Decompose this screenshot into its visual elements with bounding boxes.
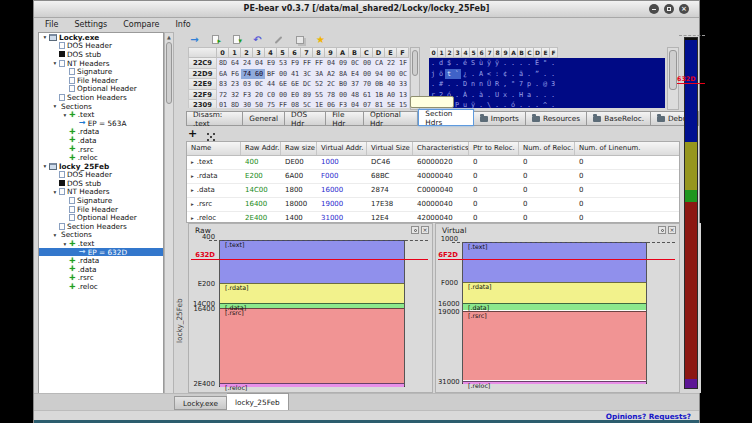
column-header-raw-size[interactable]: Raw size [281, 142, 317, 155]
expander-icon[interactable]: ▾ [61, 112, 69, 118]
edit-icon[interactable] [273, 34, 284, 45]
hex-byte[interactable]: 30 [241, 100, 253, 108]
hex-byte[interactable]: E0 [289, 90, 301, 101]
ascii-char[interactable]: # [437, 79, 445, 90]
ascii-char[interactable]: ^ [541, 100, 549, 108]
hex-byte[interactable]: F3 [241, 90, 253, 101]
hex-byte[interactable]: 53 [277, 58, 289, 69]
hex-byte[interactable]: 00 [361, 69, 373, 80]
file-tab-locky-exe[interactable]: Locky.exe [174, 396, 227, 410]
ascii-char[interactable]: . [509, 90, 517, 101]
ascii-char[interactable]: . [509, 58, 517, 69]
ascii-char[interactable]: ¢ [501, 69, 509, 80]
undo-icon[interactable]: ↶ [252, 34, 263, 45]
hex-byte[interactable]: 3A [313, 69, 325, 80]
hex-byte[interactable]: 09 [337, 58, 349, 69]
ascii-char[interactable]: P [453, 100, 461, 108]
ascii-char[interactable]: D [461, 79, 469, 90]
tree-item-section-headers[interactable]: Section Headers [39, 222, 163, 231]
ascii-char[interactable]: ÿ [469, 100, 477, 108]
tree-item-data[interactable]: +.data [39, 136, 163, 145]
row-expander-icon[interactable]: ▸ [191, 215, 194, 221]
hex-byte[interactable]: 41 [289, 69, 301, 80]
hex-byte[interactable]: F6 [229, 69, 241, 80]
ascii-char[interactable]: ó [509, 100, 517, 108]
hex-byte[interactable]: 6E [289, 79, 301, 90]
tree-item-file-header[interactable]: File Header [39, 205, 163, 214]
tree-item-dos-header[interactable]: DOS Header [39, 171, 163, 180]
hex-byte[interactable]: 64 [229, 58, 241, 69]
ascii-char[interactable]: . [445, 79, 453, 90]
band-rsrc[interactable] [220, 308, 404, 383]
fit-view-icon[interactable] [207, 133, 209, 135]
hex-byte[interactable]: FF [277, 100, 289, 108]
hex-byte[interactable]: A0 [385, 90, 397, 101]
hex-byte[interactable]: 5C [301, 100, 313, 108]
add-section-button[interactable]: + [188, 127, 197, 140]
tree-item-rdata[interactable]: +.rdata [39, 256, 163, 265]
hex-byte[interactable]: 37 [349, 79, 361, 90]
hex-byte[interactable]: 04 [325, 58, 337, 69]
column-header-ptr-to-reloc[interactable]: Ptr to Reloc. [469, 142, 519, 155]
expander-icon[interactable]: ▾ [51, 189, 59, 195]
hex-byte[interactable]: 04 [253, 58, 265, 69]
row-expander-icon[interactable]: ▸ [191, 187, 194, 193]
ascii-char[interactable]: ° [509, 79, 517, 90]
row-expander-icon[interactable]: ▸ [191, 173, 194, 179]
tree-item-dos-stub[interactable]: DOS stub [39, 50, 163, 59]
file-layout-minimap[interactable] [684, 37, 698, 389]
hex-byte[interactable]: 83 [217, 79, 229, 90]
hex-byte[interactable]: 44 [265, 79, 277, 90]
hex-byte[interactable]: 20 [253, 90, 265, 101]
tab-file-hdr[interactable]: File Hdr [326, 111, 364, 126]
menu-file[interactable]: File [37, 20, 66, 29]
ascii-char[interactable]: . [541, 90, 549, 101]
hex-byte[interactable]: BF [265, 69, 277, 80]
minimap-segment-0[interactable] [685, 40, 697, 142]
ascii-char[interactable]: Ü [485, 79, 493, 90]
ascii-char[interactable]: . [517, 100, 525, 108]
ascii-char[interactable]: . [533, 100, 541, 108]
tree-item-nt-headers[interactable]: ▾NT Headers [39, 188, 163, 197]
tree-item-ep-632d[interactable]: →EP = 632D [39, 248, 163, 257]
hex-byte[interactable]: 89 [301, 90, 313, 101]
ascii-char[interactable]: . [469, 69, 477, 80]
ascii-char[interactable]: é [461, 58, 469, 69]
column-header-raw-addr[interactable]: Raw Addr. [241, 142, 281, 155]
hex-byte[interactable]: DC [301, 79, 313, 90]
hex-byte[interactable]: 15 [397, 100, 409, 108]
hex-byte[interactable]: 0B [373, 79, 385, 90]
hex-byte[interactable]: 8D [217, 58, 229, 69]
ascii-char[interactable]: $ [445, 58, 453, 69]
ascii-char[interactable]: t [445, 69, 453, 80]
scroll-thumb[interactable] [412, 50, 418, 76]
hex-byte[interactable]: 94 [373, 69, 385, 80]
ascii-char[interactable]: 7 [517, 79, 525, 90]
hex-byte[interactable]: 48 [349, 90, 361, 101]
tree-item-sections[interactable]: ▾Sections [39, 102, 163, 111]
tab-basereloc[interactable]: BaseReloc. [587, 111, 651, 126]
tree-item-nt-headers[interactable]: ▾NT Headers [39, 59, 163, 68]
expander-icon[interactable]: ▾ [41, 163, 49, 169]
ascii-char[interactable]: ` [453, 69, 461, 80]
close-panel-icon[interactable]: × [421, 226, 429, 234]
hex-byte[interactable]: 13 [397, 90, 409, 101]
tree-item-data[interactable]: +.data [39, 265, 163, 274]
ascii-char[interactable]: S [469, 58, 477, 69]
ascii-char[interactable]: @ [541, 79, 549, 90]
table-row-rdata[interactable]: ▸.rdataE2006A00F00068BC40000040000 [187, 170, 679, 184]
minimap-segment-4[interactable] [685, 379, 697, 388]
tree-item-text[interactable]: ▾+.text [39, 110, 163, 119]
column-header-characteristics[interactable]: Characteristics [413, 142, 469, 155]
hex-byte[interactable]: 32 [229, 90, 241, 101]
hex-byte[interactable]: 3C [301, 69, 313, 80]
band-reloc[interactable] [220, 383, 404, 387]
hex-byte[interactable]: CA [373, 58, 385, 69]
ascii-char[interactable]: . [469, 90, 477, 101]
band-text[interactable] [463, 242, 646, 282]
ascii-char[interactable]: R [493, 79, 501, 90]
ascii-char[interactable]: . [493, 100, 501, 108]
tab-imports[interactable]: Imports [474, 111, 526, 126]
hex-byte[interactable]: 55 [313, 90, 325, 101]
file-tab-locky-25feb[interactable]: locky_25Feb [227, 393, 289, 410]
